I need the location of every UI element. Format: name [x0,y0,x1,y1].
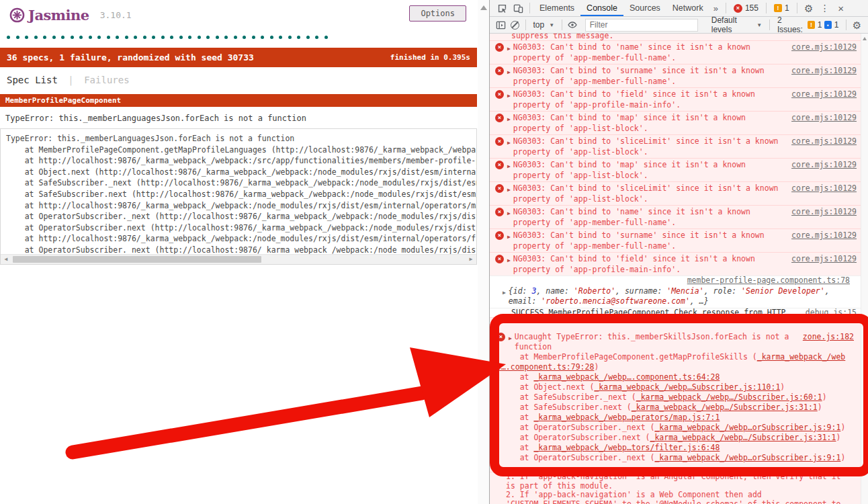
spec-dot-passed[interactable] [179,36,183,39]
spec-dot-passed[interactable] [16,36,19,39]
spec-dot-passed[interactable] [71,36,74,39]
spec-dot-passed[interactable] [89,36,92,39]
console-settings-gear-icon[interactable]: ⚙ [850,17,864,32]
spec-dot-passed[interactable] [315,36,318,39]
context-selector[interactable]: top ▼ [529,20,558,30]
source-link[interactable]: core.mjs:10129 [791,183,857,205]
source-link[interactable]: _karma_webpack_/webp…/Subscriber.js:31:1 [650,433,836,442]
spec-dot-passed[interactable] [79,36,83,39]
clear-console-icon[interactable] [508,17,522,32]
close-devtools-icon[interactable]: × [833,1,849,15]
options-button[interactable]: Options [409,5,466,22]
warning-count-badge[interactable]: ! 1 [770,3,793,13]
page-scrollbar[interactable] [478,0,489,504]
spec-dot-passed[interactable] [125,36,128,39]
spec-dot-passed[interactable] [97,36,101,39]
spec-dot-passed[interactable] [288,36,292,39]
spec-dot-passed[interactable] [107,36,110,39]
console-sidebar-icon[interactable] [494,17,508,32]
spec-dot-passed[interactable] [243,36,246,39]
more-tabs-icon[interactable]: » [709,3,722,13]
filter-input[interactable] [585,19,698,32]
source-link[interactable]: _karma_webpack_/webp…orSubscriber.js:9:1 [654,423,840,432]
spec-dot-passed[interactable] [34,36,38,39]
source-link[interactable]: _karma_webpack_/webp…/Subscriber.js:60:1 [636,392,822,402]
inspect-element-icon[interactable] [494,1,510,15]
spec-dot-passed[interactable] [134,36,137,39]
tab-network[interactable]: Network [666,0,709,16]
expand-triangle-icon[interactable]: ▶ [507,138,511,158]
scroll-right-icon[interactable]: ▶ [466,254,476,265]
expand-triangle-icon[interactable]: ▶ [509,333,512,352]
source-link[interactable]: core.mjs:10129 [791,254,857,276]
log-levels-selector[interactable]: Default levels ▼ [707,15,766,34]
toggle-device-toolbar-icon[interactable] [510,1,526,15]
spec-dot-passed[interactable] [43,36,46,39]
issues-counter[interactable]: 2 Issues: ! 1 ▪ 1 [773,15,842,34]
spec-dot-passed[interactable] [170,36,173,39]
spec-dot-passed[interactable] [279,36,282,39]
source-link[interactable]: zone.js:182 [803,332,854,352]
spec-dot-passed[interactable] [7,36,10,39]
failed-suite-bar[interactable]: MemberProfilePageComponent [0,94,477,107]
spec-dot-passed[interactable] [188,36,191,39]
source-link[interactable]: _karma_webpack_/webp…Subscriber.js:110:1 [594,382,780,392]
spec-dot-passed[interactable] [306,36,310,39]
source-link[interactable]: _karma_webpack_/webp…orSubscriber.js:9:1 [654,453,840,462]
scrollbar-thumb[interactable] [13,256,261,263]
spec-dot-passed[interactable] [297,36,300,39]
expand-triangle-icon[interactable]: ▶ [503,288,506,308]
tab-console[interactable]: Console [580,0,623,16]
tab-elements[interactable]: Elements [533,0,580,16]
source-link[interactable]: core.mjs:10129 [791,42,857,64]
spec-dot-passed[interactable] [206,36,210,39]
source-link[interactable]: _karma_webpack_/webp….component.ts:64:28 [533,372,720,382]
tab-sources[interactable]: Sources [623,0,666,16]
scroll-up-icon[interactable] [863,37,867,40]
spec-dot-passed[interactable] [261,36,264,39]
scroll-up-icon[interactable] [480,5,487,10]
spec-dot-passed[interactable] [152,36,155,39]
settings-gear-icon[interactable]: ⚙ [801,1,817,15]
source-link[interactable]: core.mjs:10129 [791,160,857,181]
source-link[interactable]: _karma_webpack_/webp…/Subscriber.js:31:1 [632,403,818,412]
stack-trace-box[interactable]: TypeError: this._memberLanguagesJson.for… [0,128,477,265]
expand-triangle-icon[interactable]: ▶ [507,44,511,64]
menu-failures[interactable]: Failures [84,75,129,85]
object-preview[interactable]: {id: 3, name: 'Roberto', surname: 'Menci… [509,286,855,308]
horizontal-scrollbar[interactable]: ◀ ▶ [1,254,476,264]
spec-dot-passed[interactable] [270,36,273,39]
source-link[interactable]: core.mjs:10129 [791,66,857,87]
menu-spec-list[interactable]: Spec List [7,75,58,85]
spec-dot-passed[interactable] [252,36,255,39]
expand-triangle-icon[interactable]: ▶ [507,232,511,252]
spec-dot-passed[interactable] [324,36,328,39]
spec-dot-passed[interactable] [143,36,146,39]
source-link[interactable]: _karma_webpack_/webp…perators/map.js:7:1 [533,413,720,422]
source-link[interactable]: core.mjs:10129 [791,113,857,134]
source-link[interactable]: core.mjs:10129 [791,136,857,158]
source-link[interactable]: core.mjs:10129 [791,230,857,252]
spec-dot-passed[interactable] [198,36,201,39]
source-link[interactable]: core.mjs:10129 [791,207,857,228]
source-link[interactable]: debug.js:15 [806,308,857,317]
expand-triangle-icon[interactable]: ▶ [507,114,511,134]
expand-triangle-icon[interactable]: ▶ [507,185,511,205]
source-link[interactable]: _karma_webpack_/webp…tors/filter.js:6:48 [533,443,720,452]
spec-dot-passed[interactable] [161,36,165,39]
expand-triangle-icon[interactable]: ▶ [507,255,511,276]
expand-triangle-icon[interactable]: ▶ [507,208,511,228]
spec-dot-passed[interactable] [224,36,228,39]
spec-dot-passed[interactable] [52,36,56,39]
spec-dot-passed[interactable] [234,36,237,39]
spec-dot-passed[interactable] [216,36,219,39]
expand-triangle-icon[interactable]: ▶ [507,67,511,87]
source-link[interactable]: core.mjs:10129 [791,89,857,111]
spec-dot-passed[interactable] [116,36,119,39]
console-scrollbar[interactable] [861,34,868,504]
error-count-badge[interactable]: × 155 [730,3,763,13]
spec-dot-passed[interactable] [61,36,64,39]
expand-triangle-icon[interactable]: ▶ [507,91,511,111]
scroll-left-icon[interactable]: ◀ [1,254,11,265]
spec-dot-passed[interactable] [25,36,28,39]
